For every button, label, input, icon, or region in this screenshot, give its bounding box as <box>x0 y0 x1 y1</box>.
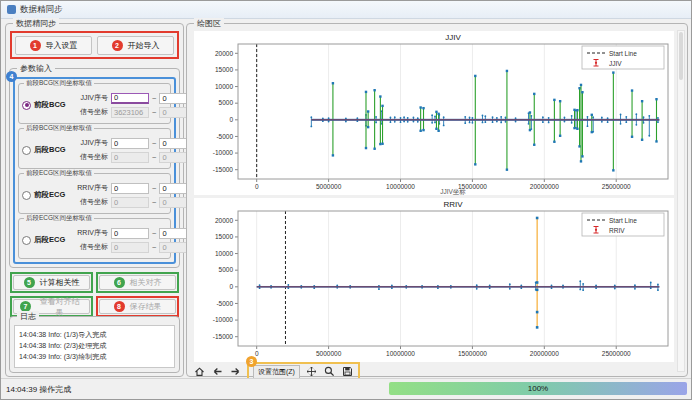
jjiv-chart[interactable]: 20000150001000050000-5000-10000-15000050… <box>194 31 674 195</box>
back-arrow-icon <box>212 366 223 377</box>
param-row-label: 信号坐标 <box>74 242 108 252</box>
action-button-label: 查看对齐结果 <box>36 296 83 318</box>
param-input-to[interactable] <box>159 138 187 149</box>
log-group: 日志 14:04:38 Info: (1/3)导入完成14:04:38 Info… <box>9 316 180 373</box>
svg-text:5000: 5000 <box>219 266 234 273</box>
window-title: 数据精同步 <box>20 4 63 16</box>
svg-text:20000000: 20000000 <box>530 350 559 357</box>
app-window: 数据精同步 数据精同步 1 导入设置 2 开始导入 参数输入 4 前段BCG区间… <box>0 0 692 400</box>
svg-text:15000: 15000 <box>215 66 233 73</box>
svg-text:Start Line: Start Line <box>609 50 637 57</box>
zoom-button[interactable] <box>323 365 336 378</box>
pan-icon <box>306 366 317 377</box>
log-area[interactable]: 14:04:38 Info: (1/3)导入完成14:04:38 Info: (… <box>14 325 175 368</box>
svg-text:-15000: -15000 <box>213 166 234 173</box>
left-panel-title: 数据精同步 <box>13 18 59 29</box>
param-input-from[interactable] <box>111 183 149 194</box>
start-import-label: 开始导入 <box>128 40 160 51</box>
svg-text:0: 0 <box>229 283 233 290</box>
action-button-3[interactable]: 8保存结果 <box>99 299 176 314</box>
param-input-from[interactable] <box>111 138 149 149</box>
param-input-to <box>159 242 187 253</box>
svg-text:20000: 20000 <box>215 50 233 57</box>
pan-button[interactable] <box>305 365 318 378</box>
svg-text:JJIV: JJIV <box>609 60 622 67</box>
svg-text:0: 0 <box>255 350 259 357</box>
badge-2: 2 <box>112 40 123 51</box>
radio-icon[interactable] <box>22 101 31 110</box>
set-range-button[interactable]: 3 设置范围(Z) <box>253 365 300 379</box>
param-radio-2[interactable]: 前段ECG <box>22 190 72 200</box>
param-input-from <box>111 107 149 118</box>
save-icon <box>342 366 353 377</box>
set-range-label: 设置范围(Z) <box>258 368 295 375</box>
action-button-label: 相关对齐 <box>130 277 162 288</box>
start-import-button[interactable]: 2 开始导入 <box>97 36 174 55</box>
main-area: 数据精同步 1 导入设置 2 开始导入 参数输入 4 前段BCG区间坐标取值前段… <box>1 19 691 379</box>
save-button[interactable] <box>341 365 354 378</box>
svg-text:5000000: 5000000 <box>316 350 342 357</box>
param-row-label: 信号坐标 <box>74 152 108 162</box>
param-input-from[interactable] <box>111 93 149 104</box>
forward-button[interactable] <box>229 365 242 378</box>
plot-scrollbar-thumb[interactable] <box>679 32 683 80</box>
action-button-label: 保存结果 <box>130 301 162 312</box>
log-entry: 14:04:38 Info: (1/3)导入完成 <box>19 329 170 340</box>
param-group-title: 前段BCG区间坐标取值 <box>24 79 94 88</box>
param-input-from[interactable] <box>111 228 149 239</box>
status-text: 14:04:39 操作完成 <box>6 384 71 395</box>
svg-text:25000000: 25000000 <box>602 350 631 357</box>
svg-text:RRIV: RRIV <box>443 200 463 209</box>
import-settings-button[interactable]: 1 导入设置 <box>15 36 92 55</box>
svg-text:-5000: -5000 <box>216 133 233 140</box>
range-tilde: ~ <box>152 243 156 252</box>
plot-scrollbar[interactable] <box>677 30 685 372</box>
home-button[interactable] <box>193 365 206 378</box>
svg-text:-10000: -10000 <box>213 316 234 323</box>
param-row-label: 信号坐标 <box>74 197 108 207</box>
badge-8: 8 <box>114 301 125 312</box>
range-tilde: ~ <box>152 229 156 238</box>
params-group-title: 参数输入 <box>17 63 55 74</box>
radio-icon[interactable] <box>22 191 31 200</box>
param-radio-3[interactable]: 后段ECG <box>22 235 72 245</box>
app-icon <box>7 5 16 14</box>
range-tilde: ~ <box>152 184 156 193</box>
param-group-title: 后段BCG区间坐标取值 <box>24 124 94 133</box>
plot-panel-title: 绘图区 <box>194 18 224 29</box>
svg-text:10000: 10000 <box>215 83 233 90</box>
radio-icon[interactable] <box>22 236 31 245</box>
radio-label: 后段ECG <box>34 235 65 245</box>
param-group-0: 前段BCG区间坐标取值前段BCGJJIV序号~信号坐标~ <box>18 83 171 124</box>
param-group-3: 后段ECG区间坐标取值后段ECGRRIV序号~信号坐标~ <box>18 218 171 259</box>
param-radio-1[interactable]: 后段BCG <box>22 145 72 155</box>
param-input-to[interactable] <box>159 228 187 239</box>
action-button-1[interactable]: 6相关对齐 <box>99 275 176 290</box>
param-input-to[interactable] <box>159 183 187 194</box>
svg-text:25000000: 25000000 <box>602 183 631 190</box>
action-button-0[interactable]: 5计算相关性 <box>13 275 90 290</box>
badge-1: 1 <box>30 40 41 51</box>
plot-toolbar: 3 设置范围(Z) <box>193 364 360 379</box>
param-row-label: 信号坐标 <box>74 107 108 117</box>
svg-text:RRIV: RRIV <box>609 227 625 234</box>
action-annotation-box: 5计算相关性 <box>10 272 93 293</box>
back-button[interactable] <box>211 365 224 378</box>
badge-4: 4 <box>6 71 17 82</box>
param-input-to <box>159 152 187 163</box>
title-bar: 数据精同步 <box>1 1 691 19</box>
home-icon <box>194 366 205 377</box>
param-row-label: JJIV序号 <box>74 93 108 103</box>
range-tilde: ~ <box>152 139 156 148</box>
param-row-label: RRIV序号 <box>74 228 108 238</box>
param-row-label: JJIV序号 <box>74 138 108 148</box>
svg-text:10000000: 10000000 <box>386 183 415 190</box>
param-group-title: 后段ECG区间坐标取值 <box>24 214 94 223</box>
svg-text:15000: 15000 <box>215 233 233 240</box>
svg-text:0: 0 <box>255 183 259 190</box>
param-radio-0[interactable]: 前段BCG <box>22 100 72 110</box>
rriv-chart[interactable]: 20000150001000050000-5000-10000-15000050… <box>194 198 674 362</box>
param-input-to[interactable] <box>159 93 187 104</box>
radio-icon[interactable] <box>22 146 31 155</box>
radio-label: 前段BCG <box>34 100 66 110</box>
